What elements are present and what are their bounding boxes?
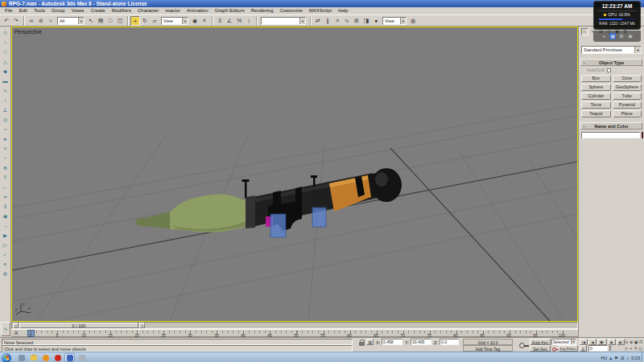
reactor-hinge-constraint-icon[interactable]: ∟ (2, 183, 10, 191)
unlink-selection-icon[interactable]: ⊘ (36, 16, 46, 26)
time-slider[interactable]: < 0 / 100 > (11, 322, 578, 329)
tab-create-icon[interactable]: ↖ (581, 28, 588, 35)
selection-filter-dropdown[interactable]: All▼ (57, 17, 85, 25)
next-frame-arrow[interactable]: > (139, 323, 145, 328)
reactor-point-path-constraint-icon[interactable]: → (2, 222, 10, 230)
layer-manager-icon[interactable]: ≡ (332, 16, 342, 26)
reactor-rigid-body-collection-icon[interactable]: ◇ (2, 29, 10, 37)
reactor-prismatic-constraint-icon[interactable]: ⇕ (2, 203, 10, 211)
menu-animation[interactable]: Animation (184, 7, 212, 14)
grip-box-front[interactable] (270, 214, 286, 237)
primitive-button-sphere[interactable]: Sphere (581, 84, 611, 91)
spinner-snap-toggle-icon[interactable]: ↕ (244, 16, 254, 26)
primitive-button-cylinder[interactable]: Cylinder (581, 93, 611, 100)
object-type-rollout[interactable]: − Object Type (580, 59, 642, 66)
select-by-name-icon[interactable]: ▤ (96, 16, 105, 26)
name-and-color-rollout[interactable]: − Name and Color (580, 122, 642, 130)
current-frame-field[interactable] (588, 345, 608, 352)
select-and-manipulate-icon[interactable]: ¤ (200, 16, 209, 26)
chevron-down-icon[interactable]: ▼ (299, 18, 305, 24)
previous-frame-arrow[interactable]: < (13, 323, 19, 328)
chevron-down-icon[interactable]: ▼ (78, 18, 84, 24)
snap-toggle-3d-icon[interactable]: 3 (215, 16, 225, 26)
reactor-create-animation-icon[interactable]: ▶ (2, 232, 10, 240)
taskbar-app-3[interactable] (76, 353, 87, 362)
collapse-icon[interactable]: − (583, 60, 585, 66)
reactor-spring-icon[interactable]: ∿ (2, 87, 10, 95)
object-name-field[interactable] (581, 132, 640, 138)
mirror-icon[interactable]: ⇄ (313, 16, 323, 26)
reactor-analyze-world-icon[interactable]: ✓ (2, 251, 10, 259)
rpg7-collar[interactable] (246, 195, 255, 228)
taskbar-app-3dsmax[interactable] (64, 353, 75, 362)
key-mode-toggle-icon[interactable]: ≡ (580, 345, 587, 352)
reference-coordinate-system-dropdown[interactable]: View▼ (161, 17, 188, 25)
viewport-canvas[interactable] (12, 27, 577, 321)
set-keys-key-icon[interactable] (519, 340, 529, 350)
absolute-offset-toggle-icon[interactable]: ⊞ (366, 339, 374, 345)
menu-tools[interactable]: Tools (31, 7, 48, 14)
reactor-utilities-icon[interactable]: ⚙ (2, 270, 10, 278)
hidden-icons-icon[interactable]: ▴ (609, 356, 612, 360)
min-max-toggle-icon[interactable]: ◱ (638, 345, 643, 352)
taskbar-app-2[interactable] (40, 353, 51, 362)
reactor-rope-collection-icon[interactable]: △ (2, 58, 10, 66)
menu-maxscript[interactable]: MAXScript (306, 7, 335, 14)
network-icon[interactable]: ⊟ (621, 356, 625, 360)
reactor-car-wheel-constraint-icon[interactable]: ◉ (2, 212, 10, 220)
collapse-icon[interactable]: − (583, 123, 585, 130)
reactor-point-point-constraint-icon[interactable]: ≍ (2, 193, 10, 201)
grip-box-rear[interactable] (312, 208, 326, 227)
menu-create[interactable]: Create (88, 7, 109, 14)
taskbar-clock[interactable]: 0:23 (631, 356, 640, 360)
schematic-view-icon[interactable]: ⊞ (352, 16, 361, 26)
select-and-scale-icon[interactable]: ▱ (150, 16, 159, 26)
start-button[interactable] (2, 353, 11, 362)
gadget-settings-icon[interactable]: ⚙ (618, 33, 625, 39)
primitive-button-cone[interactable]: Cone (613, 75, 642, 82)
rpg7-front-sight[interactable] (245, 180, 247, 198)
viewport-label[interactable]: Perspective (14, 29, 42, 35)
reactor-angular-dashpot-icon[interactable]: ∠ (2, 106, 10, 114)
select-and-move-icon[interactable]: + (130, 16, 140, 26)
reactor-soft-body-collection-icon[interactable]: □ (2, 48, 10, 56)
primitive-button-box[interactable]: Box (581, 75, 611, 82)
title-bar[interactable]: RPG-7.max - Autodesk 3ds Max 8 - Stand-a… (0, 0, 644, 7)
selection-lock-icon[interactable] (359, 342, 365, 346)
primitive-button-torus[interactable]: Torus (581, 101, 611, 109)
frame-spinner[interactable]: ▲▼ (609, 345, 612, 352)
primitive-category-dropdown[interactable]: Standard Primitives ▼ (581, 46, 642, 54)
menu-group[interactable]: Group (48, 7, 68, 14)
zoom-extents-all-icon[interactable]: ⊡ (638, 339, 643, 345)
chevron-down-icon[interactable]: ▼ (400, 18, 406, 24)
language-indicator[interactable]: HU (601, 356, 607, 360)
reactor-wind-icon[interactable]: ≈ (2, 125, 10, 134)
open-mini-curve-editor-button[interactable]: ∿ (1, 322, 10, 336)
previous-frame-button[interactable]: ◀ (588, 339, 597, 345)
gadget-monitor-icon[interactable]: ▦ (609, 33, 616, 39)
go-to-start-button[interactable]: |◀ (580, 339, 588, 345)
menu-help[interactable]: Help (335, 7, 351, 14)
reactor-linear-dashpot-icon[interactable]: ↕ (2, 97, 10, 105)
chevron-down-icon[interactable]: ▼ (182, 18, 188, 24)
undo-icon[interactable]: ↶ (2, 16, 11, 26)
select-object-icon[interactable]: ↖ (86, 16, 96, 26)
key-mode-dropdown[interactable]: Selected ▼ (551, 339, 576, 345)
set-key-button[interactable]: Set Key (530, 345, 551, 352)
menu-character[interactable]: Character (134, 7, 162, 14)
quick-render-icon[interactable]: ◍ (408, 16, 418, 26)
redo-icon[interactable]: ↷ (11, 16, 21, 26)
z-coordinate-field[interactable] (440, 339, 459, 345)
reactor-deforming-mesh-collection-icon[interactable]: ◆ (2, 68, 10, 76)
render-scene-icon[interactable]: ● (371, 16, 381, 26)
reactor-constraint-solver-icon[interactable]: ⊕ (2, 164, 10, 172)
reactor-fracture-icon[interactable]: × (2, 145, 10, 153)
primitive-button-pyramid[interactable]: Pyramid (613, 101, 642, 109)
taskbar-app-opera[interactable] (52, 353, 63, 362)
volume-icon[interactable]: ♪ (627, 356, 630, 360)
menu-views[interactable]: Views (68, 7, 88, 14)
taskbar-app-1[interactable] (16, 353, 27, 362)
percent-snap-toggle-icon[interactable]: % (234, 16, 244, 26)
window-crossing-toggle-icon[interactable]: ◫ (115, 16, 125, 26)
track-bar[interactable]: 0510152025303540455055606570758085909510… (11, 329, 578, 337)
